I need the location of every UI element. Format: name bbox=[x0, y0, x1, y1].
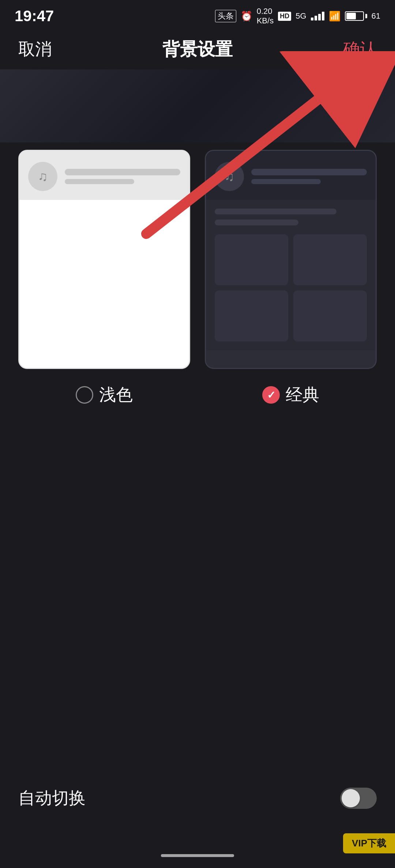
light-header-lines bbox=[65, 169, 180, 184]
background-preview-area bbox=[0, 69, 395, 142]
light-theme-body bbox=[19, 200, 189, 368]
grid-item bbox=[215, 234, 288, 285]
status-time: 19:47 bbox=[15, 7, 54, 25]
top-navigation: 取消 背景设置 确认 bbox=[0, 29, 395, 69]
theme-labels: 浅色 ✓ 经典 bbox=[0, 369, 395, 406]
header-line-short bbox=[251, 179, 321, 184]
grid-item bbox=[293, 290, 367, 342]
toggle-knob bbox=[342, 789, 360, 807]
dark-body-lines bbox=[215, 209, 367, 225]
alarm-icon: ⏰ bbox=[241, 11, 252, 22]
dark-theme-header: ♫ bbox=[206, 151, 376, 200]
dark-label-text: 经典 bbox=[286, 384, 319, 406]
body-line bbox=[215, 209, 336, 214]
hd-badge: HD bbox=[278, 12, 291, 21]
network-speed: 0.20KB/s bbox=[257, 7, 274, 26]
light-theme-header: ♫ bbox=[19, 151, 189, 200]
dark-header-lines bbox=[251, 169, 367, 184]
signal-bars bbox=[311, 12, 324, 20]
toutiao-icon: 头条 bbox=[215, 10, 236, 22]
header-line-short bbox=[65, 179, 134, 184]
radio-light[interactable] bbox=[76, 386, 93, 404]
theme-card-dark[interactable]: ♫ bbox=[205, 150, 377, 369]
auto-switch-label: 自动切换 bbox=[18, 787, 86, 810]
status-bar: 19:47 头条 ⏰ 0.20KB/s HD 5G 📶 61 bbox=[0, 0, 395, 29]
auto-switch-section: 自动切换 bbox=[0, 787, 395, 810]
grid-item bbox=[293, 234, 367, 285]
tiktok-logo-light: ♫ bbox=[28, 162, 57, 191]
light-label-text: 浅色 bbox=[99, 384, 133, 406]
cancel-button[interactable]: 取消 bbox=[18, 38, 52, 61]
dark-theme-label[interactable]: ✓ 经典 bbox=[205, 384, 377, 406]
battery-percent: 61 bbox=[372, 11, 380, 21]
header-line bbox=[65, 169, 180, 175]
watermark: VIP下载 bbox=[343, 833, 395, 853]
header-line bbox=[251, 169, 367, 175]
light-theme-label[interactable]: 浅色 bbox=[18, 384, 190, 406]
dark-grid bbox=[215, 234, 367, 342]
auto-switch-toggle[interactable] bbox=[340, 788, 377, 809]
page-title: 背景设置 bbox=[162, 38, 233, 61]
radio-dark-checked[interactable]: ✓ bbox=[262, 386, 280, 404]
theme-card-light[interactable]: ♫ bbox=[18, 150, 190, 369]
network-type: 5G bbox=[296, 11, 306, 21]
status-icons: 头条 ⏰ 0.20KB/s HD 5G 📶 61 bbox=[215, 7, 380, 26]
grid-item bbox=[215, 290, 288, 342]
body-line bbox=[215, 220, 298, 225]
battery-indicator bbox=[345, 11, 367, 21]
checkmark-icon: ✓ bbox=[267, 389, 275, 401]
confirm-button[interactable]: 确认 bbox=[343, 38, 377, 61]
dark-theme-body bbox=[206, 200, 376, 350]
bottom-home-indicator bbox=[161, 854, 234, 857]
wifi-icon: 📶 bbox=[329, 11, 341, 22]
themes-container: ♫ ♫ bbox=[0, 150, 395, 369]
tiktok-logo-dark: ♫ bbox=[215, 162, 244, 191]
